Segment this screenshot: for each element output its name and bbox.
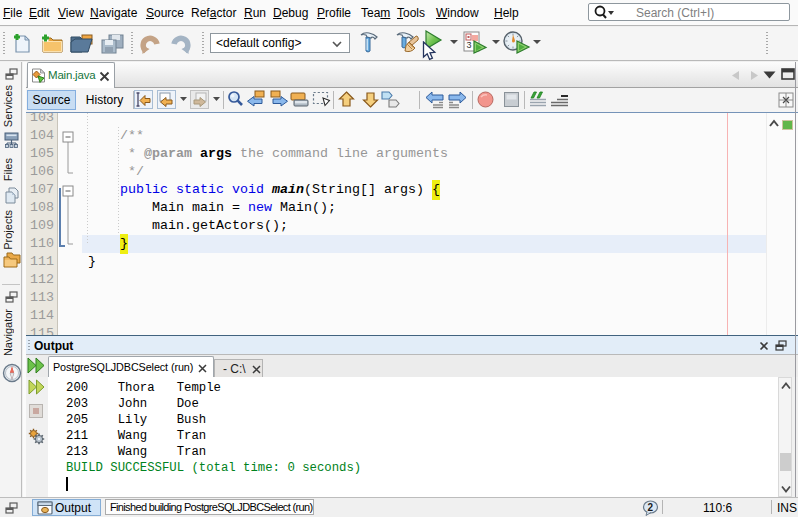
svg-text:2: 2 xyxy=(648,502,654,513)
svg-text:3: 3 xyxy=(467,40,472,50)
